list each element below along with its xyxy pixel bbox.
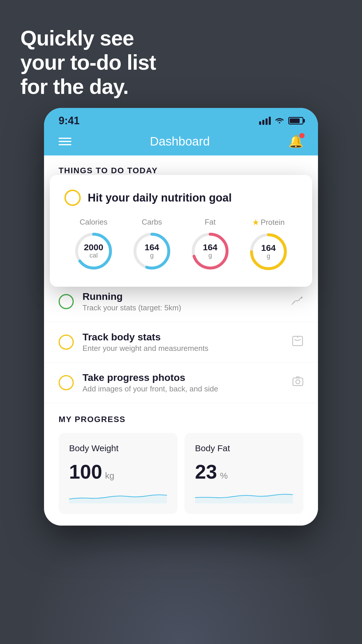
todo-item-progress-photos[interactable]: Take progress photos Add images of your … [44,363,318,403]
status-bar: 9:41 [44,108,318,128]
carbs-number: 164 [145,243,159,252]
body-weight-title: Body Weight [69,443,167,453]
body-weight-card[interactable]: Body Weight 100 kg [59,433,178,514]
status-time: 9:41 [59,115,80,127]
carbs-unit: g [145,252,159,259]
protein-label: Protein [261,218,284,227]
carbs-value-text: 164 g [145,243,159,259]
todo-name-running: Running [82,291,282,302]
svg-point-1 [301,297,303,298]
svg-point-0 [279,122,280,124]
nutrition-fat: Fat 164 g [190,218,231,272]
nutrition-card: Hit your daily nutrition goal Calories 2… [50,175,312,287]
todo-circle-running [59,294,74,309]
notification-dot [299,133,305,138]
body-fat-unit: % [220,471,228,481]
body-weight-chart [69,489,167,503]
nutrition-protein: ★ Protein 164 g [248,218,289,272]
battery-icon [288,117,303,125]
carbs-label: Carbs [142,218,162,227]
todo-text-running: Running Track your stats (target: 5km) [82,291,282,312]
bell-icon[interactable]: 🔔 [288,134,303,148]
nutrition-calories: Calories 2000 cal [73,218,114,272]
body-fat-title: Body Fat [195,443,293,453]
body-weight-number: 100 [69,460,102,483]
phone-frame: 9:41 Da [44,108,318,526]
headline: Quickly see your to-do list for the day. [20,26,156,99]
body-fat-value: 23 % [195,460,293,483]
fat-value-text: 164 g [203,243,217,259]
progress-title: MY PROGRESS [59,415,303,424]
todo-item-body-stats[interactable]: Track body stats Enter your weight and m… [44,322,318,363]
calories-value-text: 2000 cal [84,243,103,259]
nutrition-circles: Calories 2000 cal Carbs [64,218,298,272]
carbs-chart: 164 g [131,231,172,272]
nutrition-indicator [64,190,81,206]
todo-item-running[interactable]: Running Track your stats (target: 5km) [44,281,318,322]
svg-rect-4 [293,378,303,386]
nutrition-card-title: Hit your daily nutrition goal [88,192,232,204]
todo-circle-body-stats [59,335,74,350]
calories-label: Calories [80,218,107,227]
fat-number: 164 [203,243,217,252]
protein-label-wrapper: ★ Protein [252,218,284,227]
todo-text-body-stats: Track body stats Enter your weight and m… [82,331,283,353]
calories-chart: 2000 cal [73,231,114,272]
progress-section: MY PROGRESS Body Weight 100 kg [44,403,318,526]
progress-cards: Body Weight 100 kg Body Fat [59,433,303,514]
calories-number: 2000 [84,243,103,252]
nav-bar: Dashboard 🔔 [44,128,318,155]
nav-title: Dashboard [150,134,210,148]
star-icon: ★ [252,218,259,227]
nutrition-carbs: Carbs 164 g [131,218,172,272]
todo-sub-progress-photos: Add images of your front, back, and side [82,384,284,393]
photo-icon [292,376,303,389]
signal-icon [259,117,271,125]
todo-sub-running: Track your stats (target: 5km) [82,303,282,312]
protein-unit: g [261,252,276,260]
scale-icon [292,335,303,349]
card-header: Hit your daily nutrition goal [64,190,298,206]
svg-point-5 [296,380,300,384]
body-weight-unit: kg [105,471,114,481]
status-icons [259,116,303,125]
running-icon [291,295,303,308]
protein-chart: 164 g [248,231,289,272]
todo-circle-progress-photos [59,375,74,390]
protein-value-text: 164 g [261,244,276,260]
fat-label: Fat [205,218,216,227]
hamburger-menu[interactable] [59,138,71,145]
todo-name-body-stats: Track body stats [82,331,283,343]
body-fat-card[interactable]: Body Fat 23 % [184,433,303,514]
body-fat-chart [195,489,293,503]
fat-unit: g [203,252,217,259]
fat-chart: 164 g [190,231,231,272]
todo-text-progress-photos: Take progress photos Add images of your … [82,372,284,393]
body-fat-number: 23 [195,460,217,483]
todo-name-progress-photos: Take progress photos [82,372,284,383]
protein-number: 164 [261,244,276,252]
wifi-icon [275,116,284,125]
calories-unit: cal [84,252,103,259]
body-weight-value: 100 kg [69,460,167,483]
todo-sub-body-stats: Enter your weight and measurements [82,344,283,353]
